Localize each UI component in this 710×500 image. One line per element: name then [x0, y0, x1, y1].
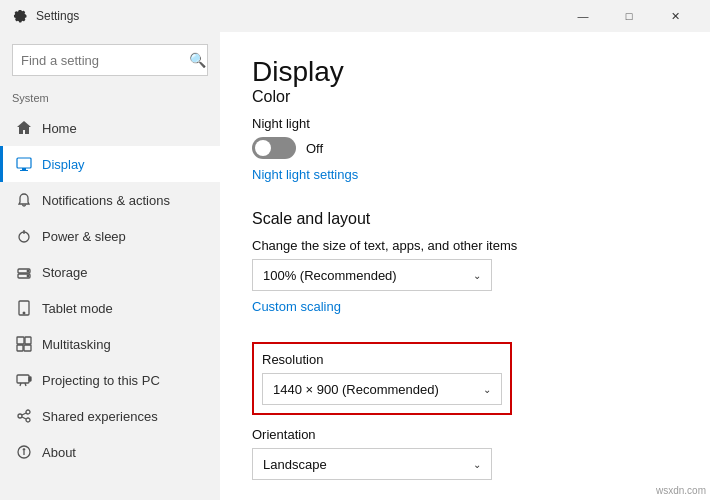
- svg-point-20: [26, 410, 30, 414]
- scale-dropdown-chevron: ⌄: [473, 270, 481, 281]
- svg-rect-12: [25, 337, 31, 344]
- svg-point-7: [27, 270, 29, 272]
- resolution-section: Resolution 1440 × 900 (Recommended) ⌄: [252, 342, 512, 415]
- sidebar-item-home[interactable]: Home: [0, 110, 220, 146]
- resolution-label: Resolution: [262, 352, 502, 367]
- night-light-value: Off: [306, 141, 323, 156]
- orientation-dropdown-value: Landscape: [263, 457, 327, 472]
- svg-point-10: [23, 312, 25, 314]
- storage-icon: [16, 264, 32, 280]
- toggle-knob: [255, 140, 271, 156]
- sidebar-item-power[interactable]: Power & sleep: [0, 218, 220, 254]
- page-title: Display: [252, 56, 678, 88]
- sidebar-item-shared-label: Shared experiences: [42, 409, 158, 424]
- sidebar-item-notifications[interactable]: Notifications & actions: [0, 182, 220, 218]
- settings-icon: [12, 8, 28, 24]
- scale-label: Change the size of text, apps, and other…: [252, 238, 678, 253]
- sidebar: 🔍 System Home Display: [0, 32, 220, 500]
- svg-line-22: [22, 413, 26, 415]
- night-light-row: Off: [252, 137, 678, 159]
- sidebar-item-projecting[interactable]: Projecting to this PC: [0, 362, 220, 398]
- sidebar-item-multitasking[interactable]: Multitasking: [0, 326, 220, 362]
- svg-rect-15: [17, 375, 29, 383]
- orientation-section: Orientation Landscape ⌄: [252, 427, 678, 480]
- titlebar-title: Settings: [36, 9, 79, 23]
- sidebar-item-tablet[interactable]: Tablet mode: [0, 290, 220, 326]
- orientation-label: Orientation: [252, 427, 678, 442]
- notifications-icon: [16, 192, 32, 208]
- content-area: 🔍 System Home Display: [0, 32, 710, 500]
- svg-rect-11: [17, 337, 24, 344]
- sidebar-item-shared[interactable]: Shared experiences: [0, 398, 220, 434]
- svg-point-19: [18, 414, 22, 418]
- power-icon: [16, 228, 32, 244]
- night-light-label: Night light: [252, 116, 678, 131]
- svg-rect-2: [20, 170, 28, 171]
- sidebar-item-projecting-label: Projecting to this PC: [42, 373, 160, 388]
- main-content: Display Color Night light Off Night ligh…: [220, 32, 710, 500]
- sidebar-item-power-label: Power & sleep: [42, 229, 126, 244]
- svg-point-21: [26, 418, 30, 422]
- sidebar-item-display[interactable]: Display: [0, 146, 220, 182]
- about-icon: [16, 444, 32, 460]
- titlebar: Settings — □ ✕: [0, 0, 710, 32]
- watermark: wsxdn.com: [656, 485, 706, 496]
- shared-icon: [16, 408, 32, 424]
- minimize-button[interactable]: —: [560, 0, 606, 32]
- tablet-icon: [16, 300, 32, 316]
- color-section: Color Night light Off Night light settin…: [252, 88, 678, 198]
- svg-point-26: [23, 449, 24, 450]
- svg-line-23: [22, 417, 26, 419]
- resolution-dropdown-chevron: ⌄: [483, 384, 491, 395]
- svg-rect-14: [24, 345, 31, 351]
- svg-rect-1: [22, 168, 26, 170]
- multitasking-icon: [16, 336, 32, 352]
- sidebar-item-multitasking-label: Multitasking: [42, 337, 111, 352]
- home-icon: [16, 120, 32, 136]
- search-input[interactable]: [21, 53, 189, 68]
- resolution-dropdown-value: 1440 × 900 (Recommended): [273, 382, 439, 397]
- svg-rect-13: [17, 345, 23, 351]
- display-icon: [16, 156, 32, 172]
- search-box[interactable]: 🔍: [12, 44, 208, 76]
- svg-point-8: [27, 275, 29, 277]
- sidebar-item-storage-label: Storage: [42, 265, 88, 280]
- svg-rect-18: [29, 377, 31, 381]
- projecting-icon: [16, 372, 32, 388]
- night-light-toggle[interactable]: [252, 137, 296, 159]
- scale-dropdown[interactable]: 100% (Recommended) ⌄: [252, 259, 492, 291]
- sidebar-item-notifications-label: Notifications & actions: [42, 193, 170, 208]
- orientation-dropdown[interactable]: Landscape ⌄: [252, 448, 492, 480]
- sidebar-section-label: System: [0, 88, 220, 108]
- night-light-settings-link[interactable]: Night light settings: [252, 167, 358, 182]
- search-icon: 🔍: [189, 52, 206, 68]
- maximize-button[interactable]: □: [606, 0, 652, 32]
- sidebar-item-about-label: About: [42, 445, 76, 460]
- sidebar-item-storage[interactable]: Storage: [0, 254, 220, 290]
- color-section-title: Color: [252, 88, 678, 106]
- orientation-dropdown-chevron: ⌄: [473, 459, 481, 470]
- scale-section-title: Scale and layout: [252, 210, 678, 228]
- sidebar-item-home-label: Home: [42, 121, 77, 136]
- custom-scaling-link[interactable]: Custom scaling: [252, 299, 341, 314]
- scale-section: Scale and layout Change the size of text…: [252, 210, 678, 330]
- scale-dropdown-value: 100% (Recommended): [263, 268, 397, 283]
- sidebar-item-display-label: Display: [42, 157, 85, 172]
- titlebar-left: Settings: [12, 8, 79, 24]
- sidebar-item-tablet-label: Tablet mode: [42, 301, 113, 316]
- resolution-dropdown[interactable]: 1440 × 900 (Recommended) ⌄: [262, 373, 502, 405]
- settings-window: Settings — □ ✕ 🔍 System Home: [0, 0, 710, 500]
- svg-rect-0: [17, 158, 31, 168]
- titlebar-controls: — □ ✕: [560, 0, 698, 32]
- close-button[interactable]: ✕: [652, 0, 698, 32]
- sidebar-item-about[interactable]: About: [0, 434, 220, 470]
